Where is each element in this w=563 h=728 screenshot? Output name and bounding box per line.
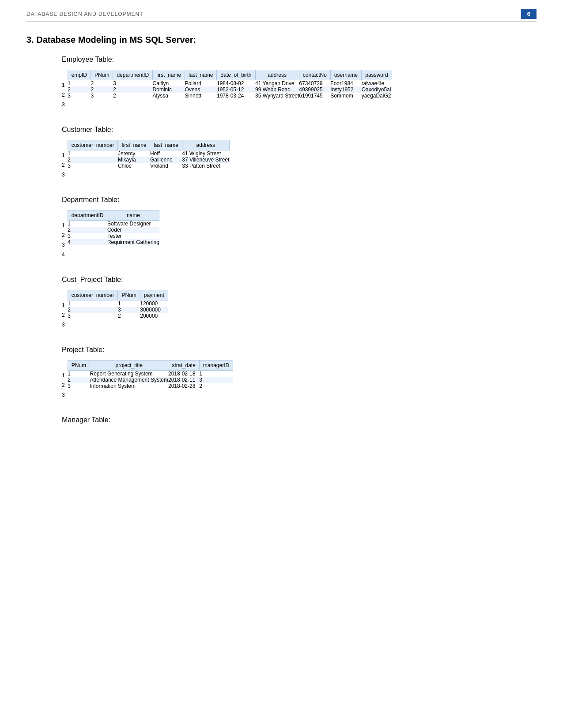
col-customer-number: customer_number (68, 140, 118, 150)
col-payment: payment (140, 290, 168, 300)
department-outer-table: 1234 departmentID name 1 Software Design… (62, 210, 159, 260)
row-number: 2 (62, 311, 68, 320)
cell-departmentid: 2 (113, 93, 153, 99)
cell-empid: 1 (68, 80, 91, 87)
project-header-row: PNum project_title strat_date managerID (68, 360, 233, 371)
col-contactno: contactNo (299, 70, 330, 80)
cell-customer-number: 3 (68, 313, 118, 319)
row-numbers-table: 1234 (62, 210, 68, 260)
table-row: 3 Chloe Vroland 33 Patton Street (68, 163, 229, 169)
cell-pnum: 3 (91, 93, 113, 99)
cell-pnum: 2 (68, 377, 90, 383)
cell-first-name: Dominic (153, 86, 185, 93)
cell-strat-date: 2018-02-11 (168, 377, 199, 383)
row-number: 3 (62, 170, 68, 180)
cell-dob: 1984-08-02 (217, 80, 255, 87)
col-password: password (362, 70, 392, 80)
cell-pnum: 2 (91, 86, 113, 93)
table-row: 1 Software Designer (68, 221, 159, 227)
col-first-name: first_name (118, 140, 150, 150)
cell-customer-number: 2 (68, 307, 118, 313)
cell-address: 37 Villeneuve Street (182, 157, 229, 163)
cell-contactno: 67340729 (299, 80, 330, 87)
col-dob: date_of_birth (217, 70, 255, 80)
cell-managerid: 3 (199, 377, 233, 383)
row-number-header: 123 (62, 140, 68, 180)
cell-first-name: Chloe (118, 163, 150, 169)
row-numbers-table: 123 (62, 70, 68, 110)
cell-pnum: 3 (68, 383, 90, 389)
row-number: 3 (62, 320, 68, 330)
employee-header-row: empID PNum departmentID first_name last_… (68, 70, 392, 80)
project-table-label: Project Table: (62, 346, 537, 354)
row-number-header: 123 (62, 70, 68, 110)
table-row: 2 Mikayla Gallienne 37 Villeneuve Street (68, 157, 229, 163)
cust-project-table-label: Cust_Project Table: (62, 276, 537, 284)
cell-departmentid: 1 (68, 221, 107, 227)
row-number-header: 123 (62, 290, 68, 330)
cell-managerid: 1 (199, 371, 233, 377)
cell-first-name: Jeremy (118, 150, 150, 157)
project-table: PNum project_title strat_date managerID … (68, 360, 234, 389)
row-number: 2 (62, 231, 68, 240)
cell-customer-number: 1 (68, 300, 118, 307)
table-row: 2 Coder (68, 227, 159, 233)
row-number: 2 (62, 90, 68, 100)
employee-table-section: Employee Table: 123 empID PNum departmen… (26, 56, 537, 110)
department-table-section: Department Table: 1234 departmentID name… (26, 196, 537, 260)
cell-name: Software Designer (107, 221, 159, 227)
table-row: 1 Report Generating System 2018-02-18 1 (68, 371, 233, 377)
table-row: 1 1 120000 (68, 300, 168, 307)
cell-departmentid: 3 (113, 80, 153, 87)
cell-payment: 200000 (140, 313, 168, 319)
page-number: 6 (521, 9, 537, 19)
row-number: 1 (62, 221, 68, 231)
customer-table-section: Customer Table: 123 customer_number firs… (26, 126, 537, 180)
cell-address: 41 Yangan Drive (255, 80, 299, 87)
col-last-name: last_name (185, 70, 217, 80)
cell-managerid: 2 (199, 383, 233, 389)
row-number: 3 (62, 100, 68, 110)
cell-empid: 3 (68, 93, 91, 99)
cell-departmentid: 2 (113, 86, 153, 93)
cell-customer-number: 3 (68, 163, 118, 169)
cell-password: yaegaDaiG2 (362, 93, 392, 99)
cell-last-name: Hoff (150, 150, 182, 157)
row-number-header: 123 (62, 360, 68, 400)
cell-strat-date: 2018-02-18 (168, 371, 199, 377)
table-row: 2 2 2 Dominic Ovens 1952-05-12 99 Webb R… (68, 86, 392, 93)
col-project-title: project_title (90, 360, 168, 371)
cell-contactno: 61991745 (299, 93, 330, 99)
project-table-section: Project Table: 123 PNum project_title st… (26, 346, 537, 400)
col-address: address (182, 140, 229, 150)
cell-username: Sommom (330, 93, 361, 99)
table-row: 1 2 3 Caitlyn Pollard 1984-08-02 41 Yang… (68, 80, 392, 87)
col-pnum: PNum (118, 290, 140, 300)
table-row: 4 Requirment Gathering (68, 239, 159, 245)
cell-project-title: Report Generating System (90, 371, 168, 377)
project-outer-table: 123 PNum project_title strat_date manage… (62, 360, 233, 400)
row-number: 2 (62, 161, 68, 170)
cell-address: 41 Wigley Street (182, 150, 229, 157)
cell-pnum: 1 (118, 300, 140, 307)
col-departmentid: departmentID (113, 70, 153, 80)
table-row: 2 Attendance Management System 2018-02-1… (68, 377, 233, 383)
cust-project-outer-table: 123 customer_number PNum payment 1 1 120… (62, 290, 168, 330)
cell-password: raiwae4le (362, 80, 392, 87)
cell-project-title: Attendance Management System (90, 377, 168, 383)
col-empid: empID (68, 70, 91, 80)
manager-table-section: Manager Table: (26, 416, 537, 424)
customer-outer-table: 123 customer_number first_name last_name… (62, 140, 230, 180)
row-number: 4 (62, 250, 68, 260)
cell-last-name: Ovens (185, 86, 217, 93)
cell-payment: 3000000 (140, 307, 168, 313)
cust-project-header-row: customer_number PNum payment (68, 290, 168, 300)
row-number: 1 (62, 151, 68, 161)
table-row: 2 3 3000000 (68, 307, 168, 313)
cell-first-name: Caitlyn (153, 80, 185, 87)
cell-dob: 1978-03-24 (217, 93, 255, 99)
cell-last-name: Gallienne (150, 157, 182, 163)
cell-password: Oaxodiyo5ai (362, 86, 392, 93)
table-row: 3 2 200000 (68, 313, 168, 319)
col-name: name (107, 210, 159, 221)
